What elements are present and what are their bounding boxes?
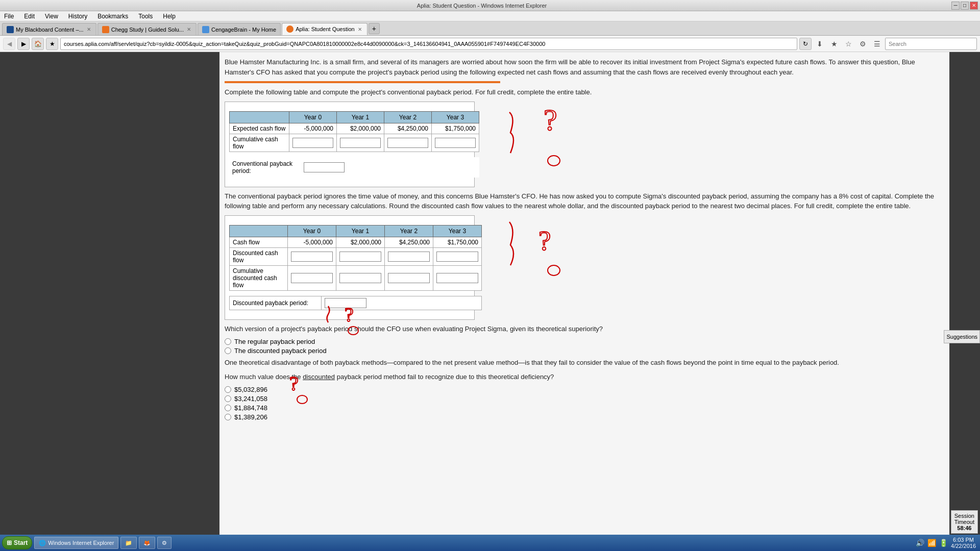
- t2-input-dcf-y2[interactable]: [388, 252, 430, 262]
- menu-bookmarks[interactable]: Bookmarks: [95, 13, 130, 20]
- t2-input-dcf-y1[interactable]: [339, 252, 381, 262]
- tab-close-chegg[interactable]: ✕: [186, 27, 192, 32]
- t1-header-empty: [230, 111, 289, 123]
- new-tab-button[interactable]: +: [369, 23, 380, 34]
- t2-input-dcf-y0[interactable]: [291, 252, 333, 262]
- bookmark-button[interactable]: ★: [46, 38, 58, 50]
- menu-help[interactable]: Help: [161, 13, 178, 20]
- t1-header-y0: Year 0: [289, 111, 337, 123]
- t2-cdcf-y2[interactable]: [385, 265, 433, 290]
- session-timeout-label: SessionTimeout: [954, 513, 974, 525]
- t2-cdcf-y0[interactable]: [288, 265, 336, 290]
- radio-group-version: The regular payback period The discounte…: [225, 338, 939, 355]
- title-bar: Aplia: Student Question - Windows Intern…: [0, 0, 980, 11]
- t1-ccf-y1[interactable]: [337, 134, 384, 152]
- t2-input-cdcf-y0[interactable]: [291, 273, 333, 283]
- browser-content: Blue Hamster Manufacturing Inc. is a sma…: [0, 52, 980, 537]
- radio-label-regular: The regular payback period: [234, 338, 315, 345]
- t1-ccf-y2[interactable]: [384, 134, 432, 152]
- t2-cdcf-y1[interactable]: [336, 265, 385, 290]
- t1-input-ccf-y3[interactable]: [435, 138, 476, 148]
- t1-ecf-y3: $1,750,000: [432, 123, 479, 134]
- t2-payback-input[interactable]: [322, 296, 482, 310]
- t1-header-y1: Year 1: [337, 111, 384, 123]
- t2-cdcf-y3[interactable]: [433, 265, 482, 290]
- t2-dcf-y2[interactable]: [385, 247, 433, 265]
- t2-input-dcf-y3[interactable]: [436, 252, 478, 262]
- tools-icon[interactable]: ⚙: [856, 38, 869, 50]
- t2-input-cdcf-y1[interactable]: [339, 273, 381, 283]
- t1-input-ccf-y0[interactable]: [292, 138, 333, 148]
- radio-a4[interactable]: [225, 414, 231, 420]
- t1-ccf-y3[interactable]: [432, 134, 479, 152]
- t2-input-cdcf-y2[interactable]: [388, 273, 430, 283]
- tab-aplia[interactable]: Aplia: Student Question ✕: [282, 23, 368, 35]
- menu-view[interactable]: View: [43, 13, 60, 20]
- favorites-icon[interactable]: ★: [828, 38, 840, 50]
- tab-blackboard[interactable]: My Blackboard Content –... ✕: [2, 23, 96, 35]
- t1-ccf-y0[interactable]: [289, 134, 337, 152]
- tab-label-bb: My Blackboard Content –...: [16, 27, 84, 33]
- menu-icon[interactable]: ☰: [871, 38, 883, 50]
- t2-cf-y0: -5,000,000: [288, 237, 336, 247]
- search-input[interactable]: [885, 38, 977, 50]
- taskbar-app-ie[interactable]: 🌐 Windows Internet Explorer: [34, 537, 118, 549]
- tab-cengage[interactable]: CengageBrain - My Home: [198, 23, 281, 35]
- t2-dcf-y0[interactable]: [288, 247, 336, 265]
- t2-cf-y2: $4,250,000: [385, 237, 433, 247]
- t2-header-empty: [230, 225, 288, 237]
- battery-icon[interactable]: 🔋: [939, 539, 948, 547]
- taskbar-app-firefox[interactable]: 🦊: [139, 537, 155, 549]
- back-button[interactable]: ◀: [3, 38, 15, 50]
- home-button[interactable]: 🏠: [32, 38, 44, 50]
- explorer-icon: 📁: [125, 540, 132, 546]
- t2-header-y3: Year 3: [433, 225, 482, 237]
- start-button[interactable]: ⊞ Start: [2, 536, 32, 549]
- t2-input-payback[interactable]: [325, 298, 366, 308]
- menu-file[interactable]: File: [2, 13, 16, 20]
- left-sidebar: [0, 52, 219, 537]
- close-button[interactable]: ✕: [970, 2, 978, 10]
- radio-a2[interactable]: [225, 395, 231, 402]
- radio-discounted[interactable]: [225, 347, 231, 354]
- maximize-button[interactable]: □: [961, 2, 969, 10]
- volume-icon[interactable]: 🔊: [916, 539, 924, 547]
- tab-close-aplia[interactable]: ✕: [357, 27, 363, 32]
- radio-a1[interactable]: [225, 386, 231, 393]
- menu-tools[interactable]: Tools: [136, 13, 155, 20]
- star-icon[interactable]: ☆: [842, 38, 854, 50]
- table2-wrapper: Year 0 Year 1 Year 2 Year 3 Cash flow -5…: [225, 215, 475, 320]
- page-content: Blue Hamster Manufacturing Inc. is a sma…: [219, 52, 949, 537]
- download-icon[interactable]: ⬇: [814, 38, 826, 50]
- menu-history[interactable]: History: [66, 13, 89, 20]
- t2-dcf-y3[interactable]: [433, 247, 482, 265]
- t1-input-payback[interactable]: [304, 162, 345, 172]
- t1-input-ccf-y1[interactable]: [340, 138, 381, 148]
- window-controls[interactable]: ─ □ ✕: [951, 2, 978, 10]
- minimize-button[interactable]: ─: [951, 2, 960, 10]
- t1-payback-input[interactable]: [301, 157, 479, 178]
- t2-input-cdcf-y3[interactable]: [436, 273, 478, 283]
- t1-ecf-y2: $4,250,000: [384, 123, 432, 134]
- tab-label-cengage: CengageBrain - My Home: [211, 27, 276, 33]
- network-icon[interactable]: 📶: [927, 539, 936, 547]
- session-timeout: SessionTimeout 58:46: [951, 510, 978, 534]
- t1-input-ccf-y2[interactable]: [387, 138, 428, 148]
- clock-time: 6:03 PM: [951, 537, 976, 543]
- tab-chegg[interactable]: Chegg Study | Guided Solu... ✕: [97, 23, 197, 35]
- taskbar-app-utilities[interactable]: ⚙: [157, 537, 172, 549]
- radio-label-a1: $5,032,896: [234, 386, 267, 393]
- taskbar-app-explorer[interactable]: 📁: [120, 537, 137, 549]
- address-input[interactable]: [60, 38, 797, 50]
- suggestions-button[interactable]: Suggestions: [944, 330, 980, 343]
- radio-regular[interactable]: [225, 338, 231, 345]
- t2-dcf-y1[interactable]: [336, 247, 385, 265]
- menu-edit[interactable]: Edit: [22, 13, 37, 20]
- intro-text: Blue Hamster Manufacturing Inc. is a sma…: [225, 57, 939, 77]
- radio-option-a4: $1,389,206: [225, 413, 939, 421]
- tab-close-bb[interactable]: ✕: [86, 27, 92, 32]
- t2-header-y1: Year 1: [336, 225, 385, 237]
- forward-button[interactable]: ▶: [17, 38, 30, 50]
- radio-a3[interactable]: [225, 405, 231, 411]
- refresh-button[interactable]: ↻: [799, 38, 812, 50]
